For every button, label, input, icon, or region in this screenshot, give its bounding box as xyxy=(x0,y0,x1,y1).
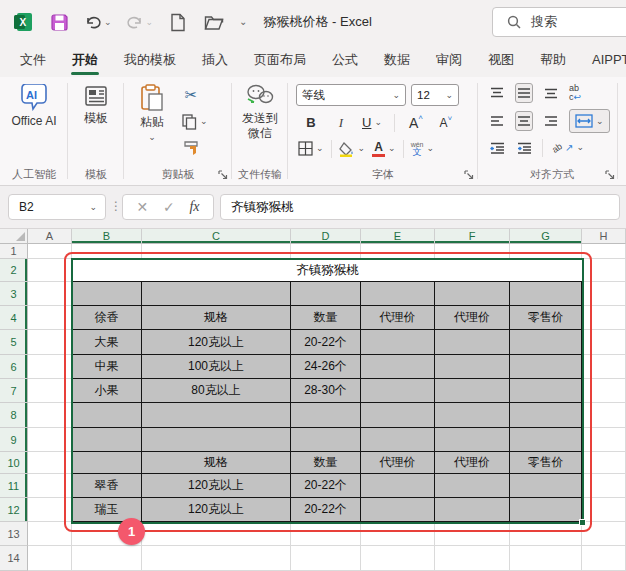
cell-A4[interactable] xyxy=(28,306,72,330)
cell-H7[interactable] xyxy=(582,379,626,403)
column-header-G[interactable]: G xyxy=(510,229,582,244)
table-cell-D3[interactable] xyxy=(291,282,361,306)
copy-dropdown-icon[interactable]: ⌄ xyxy=(200,117,208,126)
row-header-12[interactable]: 12 xyxy=(0,498,28,522)
menu-tab-10[interactable]: 帮助 xyxy=(527,44,579,77)
table-cell-B8[interactable] xyxy=(72,403,142,428)
row-header-1[interactable]: 1 xyxy=(0,244,28,259)
cancel-entry-button[interactable]: ✕ xyxy=(136,199,148,215)
confirm-entry-button[interactable]: ✓ xyxy=(163,199,175,215)
table-cell-D10[interactable]: 数量 xyxy=(291,452,361,474)
insert-function-button[interactable]: fx xyxy=(189,199,199,215)
menu-tab-2[interactable]: 开始 xyxy=(59,44,111,77)
send-to-wechat-button[interactable]: 发送到微信 xyxy=(232,77,288,141)
table-cell-D8[interactable] xyxy=(291,403,361,428)
menu-tab-8[interactable]: 审阅 xyxy=(423,44,475,77)
cell-C14[interactable] xyxy=(142,546,291,571)
table-cell-C6[interactable]: 100克以上 xyxy=(142,355,291,379)
table-cell-F4[interactable]: 代理价 xyxy=(435,306,510,330)
open-file-button[interactable] xyxy=(203,11,225,33)
cell-D13[interactable] xyxy=(291,522,361,546)
table-cell-G4[interactable]: 零售价 xyxy=(510,306,582,330)
cell-H11[interactable] xyxy=(582,474,626,498)
menu-tab-11[interactable]: AIPPT xyxy=(579,44,626,77)
table-cell-B9[interactable] xyxy=(72,428,142,452)
column-header-C[interactable]: C xyxy=(142,229,291,244)
column-header-F[interactable]: F xyxy=(435,229,510,244)
cell-H4[interactable] xyxy=(582,306,626,330)
table-cell-E11[interactable] xyxy=(361,474,435,498)
menu-tab-3[interactable]: 我的模板 xyxy=(111,44,189,77)
table-cell-B3[interactable] xyxy=(72,282,142,306)
qat-customize-icon[interactable]: ⌄ xyxy=(239,17,247,27)
table-cell-E5[interactable] xyxy=(361,330,435,355)
wrap-text-button[interactable]: ab c↩ xyxy=(569,83,587,103)
table-cell-D7[interactable]: 28-30个 xyxy=(291,379,361,403)
clipboard-dialog-launcher[interactable] xyxy=(218,170,229,181)
menu-tab-9[interactable]: 视图 xyxy=(475,44,527,77)
borders-button[interactable]: ⌄ xyxy=(298,138,324,159)
cell-H9[interactable] xyxy=(582,428,626,452)
table-cell-E3[interactable] xyxy=(361,282,435,306)
grow-font-button[interactable]: A˄ xyxy=(407,113,425,133)
office-ai-button[interactable]: AI Office AI xyxy=(0,77,68,129)
cell-H12[interactable] xyxy=(582,498,626,522)
cut-button[interactable]: ✂ xyxy=(182,85,200,105)
table-cell-D4[interactable]: 数量 xyxy=(291,306,361,330)
cell-A14[interactable] xyxy=(28,546,72,571)
table-cell-E6[interactable] xyxy=(361,355,435,379)
undo-button[interactable]: ⌄ xyxy=(84,13,112,31)
align-center-button[interactable] xyxy=(515,111,533,131)
column-header-H[interactable]: H xyxy=(582,229,626,244)
row-header-14[interactable]: 14 xyxy=(0,546,28,571)
cell-H8[interactable] xyxy=(582,403,626,428)
cell-C13[interactable] xyxy=(142,522,291,546)
table-cell-E4[interactable]: 代理价 xyxy=(361,306,435,330)
cell-C1[interactable] xyxy=(142,244,291,259)
align-bottom-button[interactable] xyxy=(542,83,560,103)
search-input[interactable]: 搜索 xyxy=(492,7,626,37)
table-cell-F6[interactable] xyxy=(435,355,510,379)
cell-A9[interactable] xyxy=(28,428,72,452)
font-size-select[interactable]: 12 ⌄ xyxy=(411,84,459,106)
cell-H1[interactable] xyxy=(582,244,626,259)
table-cell-C10[interactable]: 规格 xyxy=(142,452,291,474)
align-middle-button[interactable] xyxy=(515,83,533,103)
font-color-button[interactable]: A ⌄ xyxy=(372,138,396,159)
cell-A5[interactable] xyxy=(28,330,72,355)
redo-button[interactable]: ⌄ xyxy=(126,13,154,31)
row-header-9[interactable]: 9 xyxy=(0,428,28,452)
column-header-D[interactable]: D xyxy=(291,229,361,244)
column-header-E[interactable]: E xyxy=(361,229,435,244)
table-cell-G9[interactable] xyxy=(510,428,582,452)
table-cell-B5[interactable]: 大果 xyxy=(72,330,142,355)
cell-H2[interactable] xyxy=(582,259,626,282)
menu-tab-6[interactable]: 公式 xyxy=(319,44,371,77)
alignment-dialog-launcher[interactable] xyxy=(605,170,616,181)
row-header-6[interactable]: 6 xyxy=(0,355,28,379)
cell-E14[interactable] xyxy=(361,546,435,571)
orientation-button[interactable]: ab ↗ ⌄ xyxy=(552,137,584,158)
table-cell-F5[interactable] xyxy=(435,330,510,355)
table-cell-E7[interactable] xyxy=(361,379,435,403)
cell-A1[interactable] xyxy=(28,244,72,259)
merge-center-button[interactable]: ⌄ xyxy=(569,109,610,133)
table-cell-G10[interactable]: 零售价 xyxy=(510,452,582,474)
table-cell-C8[interactable] xyxy=(142,403,291,428)
table-cell-C11[interactable]: 120克以上 xyxy=(142,474,291,498)
table-cell-G3[interactable] xyxy=(510,282,582,306)
row-header-3[interactable]: 3 xyxy=(0,282,28,306)
row-header-13[interactable]: 13 xyxy=(0,522,28,546)
table-cell-E8[interactable] xyxy=(361,403,435,428)
table-cell-F3[interactable] xyxy=(435,282,510,306)
row-header-7[interactable]: 7 xyxy=(0,379,28,403)
table-cell-C12[interactable]: 120克以上 xyxy=(142,498,291,522)
new-file-button[interactable] xyxy=(167,11,189,33)
align-top-button[interactable] xyxy=(488,83,506,103)
row-header-11[interactable]: 11 xyxy=(0,474,28,498)
cell-G1[interactable] xyxy=(510,244,582,259)
table-cell-C9[interactable] xyxy=(142,428,291,452)
cell-D14[interactable] xyxy=(291,546,361,571)
table-cell-G8[interactable] xyxy=(510,403,582,428)
cell-B14[interactable] xyxy=(72,546,142,571)
